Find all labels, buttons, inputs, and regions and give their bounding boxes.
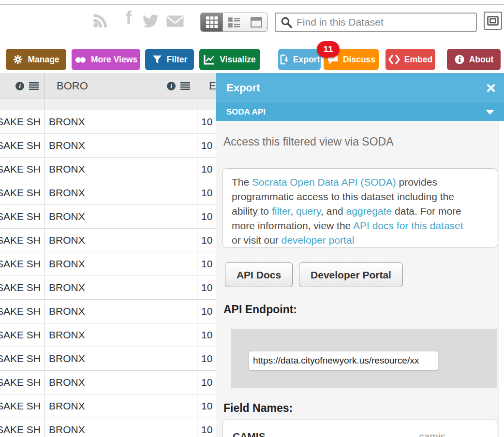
about-button[interactable]: About (447, 49, 501, 70)
table-cell[interactable]: BRONX (45, 323, 197, 347)
table-subheader-row (0, 99, 252, 110)
table-cell[interactable]: SAKE SH (0, 276, 45, 299)
field-api-name: camis (419, 431, 445, 437)
info-icon[interactable]: i (15, 82, 24, 90)
table-row[interactable]: SAKE SHBRONX10 (0, 300, 252, 323)
page-view-icon (251, 17, 262, 28)
table-cell[interactable]: SAKE SH (0, 205, 45, 228)
api-endpoint-input[interactable] (249, 351, 438, 370)
table-cell[interactable]: SAKE SH (0, 110, 45, 133)
column-menu-icon[interactable] (29, 82, 39, 90)
table-cell[interactable]: SAKE SH (0, 134, 45, 157)
table-cell[interactable]: BRONX (45, 394, 197, 418)
table-row[interactable]: SAKE SHBRONX10 (0, 110, 252, 134)
inline-link[interactable]: aggregate (346, 205, 392, 217)
panel-scrollbar[interactable] (498, 121, 504, 437)
grid-view-button[interactable] (201, 13, 223, 31)
table-row[interactable]: SAKE SHBRONX10 (0, 229, 252, 252)
export-panel-body: Access this filtered view via SODA The S… (216, 121, 504, 437)
table-cell[interactable]: BRONX (45, 347, 197, 370)
column-title: BORO (57, 80, 88, 92)
binoculars-icon (74, 55, 87, 64)
table-cell[interactable]: SAKE SH (0, 323, 45, 347)
column-header-boro[interactable]: BORO i (45, 73, 197, 99)
table-cell[interactable]: BRONX (45, 229, 197, 252)
search-input[interactable] (296, 16, 476, 28)
inline-link[interactable]: developer portal (282, 234, 355, 246)
line-chart-icon (204, 54, 215, 65)
table-cell[interactable]: BRONX (45, 110, 197, 133)
rich-list-view-button[interactable] (223, 13, 245, 31)
column-header-clipped[interactable]: i (0, 73, 45, 99)
facebook-icon[interactable]: f (126, 10, 132, 26)
table-cell[interactable]: SAKE SH (0, 300, 45, 323)
soda-api-section-header[interactable]: SODA API (216, 103, 504, 121)
table-cell[interactable]: SAKE SH (0, 394, 45, 418)
rss-icon[interactable] (92, 12, 109, 31)
table-row[interactable]: SAKE SHBRONX10 (0, 323, 252, 347)
manage-button[interactable]: Manage (6, 49, 66, 70)
table-cell[interactable]: SAKE SH (0, 418, 45, 437)
inline-link[interactable]: Socrata Open Data API (SODA) (252, 176, 396, 188)
column-menu-icon[interactable] (180, 82, 190, 90)
table-row[interactable]: SAKE SHBRONX10 (0, 418, 252, 437)
table-row[interactable]: SAKE SHBRONX10 (0, 371, 252, 394)
page-view-button[interactable] (245, 13, 267, 31)
table-cell[interactable]: SAKE SH (0, 252, 45, 276)
table-cell[interactable]: SAKE SH (0, 347, 45, 370)
info-icon[interactable]: i (167, 82, 176, 90)
table-row[interactable]: SAKE SHBRONX10 (0, 252, 252, 276)
funnel-icon (152, 54, 163, 65)
more-views-button[interactable]: More Views (72, 49, 140, 70)
inline-link[interactable]: filter (272, 205, 291, 217)
api-endpoint-label: API Endpoint: (223, 303, 297, 316)
table-cell[interactable]: BRONX (45, 371, 197, 394)
embed-button[interactable]: Embed (385, 49, 435, 70)
table-row[interactable]: SAKE SHBRONX10 (0, 347, 252, 371)
description-text: , (290, 205, 296, 217)
table-row[interactable]: SAKE SHBRONX10 (0, 181, 252, 205)
table-cell[interactable]: BRONX (45, 134, 197, 157)
table-row[interactable]: SAKE SHBRONX10 (0, 134, 252, 158)
developer-portal-button[interactable]: Developer Portal (299, 262, 403, 287)
twitter-icon[interactable] (141, 14, 160, 30)
table-cell[interactable]: SAKE SH (0, 229, 45, 252)
table-rows: SAKE SHBRONX10SAKE SHBRONX10SAKE SHBRONX… (0, 110, 252, 437)
table-cell[interactable]: BRONX (45, 300, 197, 323)
table-row[interactable]: SAKE SHBRONX10 (0, 394, 252, 418)
soda-description: The Socrata Open Data API (SODA) provide… (222, 168, 497, 248)
table-cell[interactable]: SAKE SH (0, 158, 45, 181)
column-title: E (209, 80, 216, 92)
description-text: , and (321, 205, 346, 217)
visualize-button[interactable]: Visualize (199, 49, 260, 70)
info-icon (454, 54, 465, 65)
field-names-box: CAMIS camis (222, 420, 497, 437)
table-cell[interactable]: BRONX (45, 181, 197, 204)
maximize-button[interactable] (484, 12, 502, 30)
field-display-name: CAMIS (233, 431, 266, 437)
inline-link[interactable]: API docs for this dataset (353, 220, 463, 231)
api-endpoint-box (231, 329, 497, 388)
chevron-down-icon (486, 110, 494, 115)
field-row: CAMIS camis (233, 431, 487, 437)
export-button[interactable]: Export (278, 49, 321, 70)
table-cell[interactable]: BRONX (45, 418, 197, 437)
table-row[interactable]: SAKE SHBRONX10 (0, 276, 252, 300)
close-icon[interactable] (487, 84, 495, 92)
grid-view-icon (206, 16, 218, 28)
email-icon[interactable] (165, 15, 185, 30)
filter-button[interactable]: Filter (145, 49, 194, 70)
table-cell[interactable]: SAKE SH (0, 181, 45, 204)
table-row[interactable]: SAKE SHBRONX10 (0, 158, 252, 181)
table-row[interactable]: SAKE SHBRONX10 (0, 205, 252, 229)
top-divider (0, 4, 504, 5)
field-names-label: Field Names: (223, 402, 293, 415)
table-cell[interactable]: BRONX (45, 158, 197, 181)
table-cell[interactable]: SAKE SH (0, 371, 45, 394)
table-cell[interactable]: BRONX (45, 205, 197, 228)
soda-subtitle: Access this filtered view via SODA (223, 135, 394, 148)
table-cell[interactable]: BRONX (45, 252, 197, 276)
table-cell[interactable]: BRONX (45, 276, 197, 299)
inline-link[interactable]: query (296, 205, 321, 217)
api-docs-button[interactable]: API Docs (225, 262, 293, 287)
